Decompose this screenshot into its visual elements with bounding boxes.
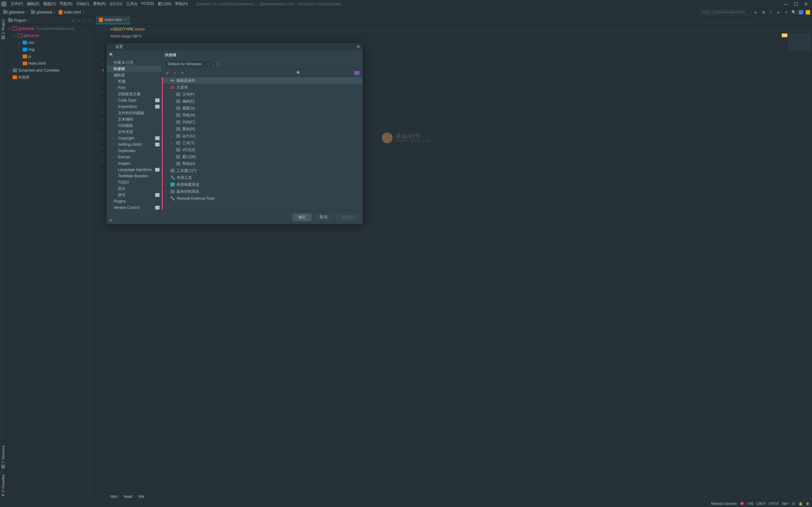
project-tree-item[interactable]: ▾ghtmemeX:\code\html\ghtmeme bbox=[6, 25, 94, 32]
scheme-actions-icon[interactable]: ⋮ bbox=[215, 62, 219, 66]
settings-gear-icon[interactable]: ⋮ bbox=[82, 18, 87, 23]
close-icon[interactable]: ✕ bbox=[804, 2, 808, 7]
keymap-action-item[interactable]: ▸窗口(W) bbox=[163, 153, 363, 160]
project-tool-tab[interactable]: 1: Project bbox=[1, 18, 6, 41]
settings-warning-icon[interactable]: ⊘ bbox=[107, 216, 162, 224]
project-tree-item[interactable]: js bbox=[6, 53, 94, 60]
encoding-indicator[interactable]: UTF-8 bbox=[769, 502, 778, 505]
settings-category-item[interactable]: ▸Emmet bbox=[107, 154, 162, 160]
ide-action-1-icon[interactable] bbox=[799, 10, 803, 14]
settings-category-item[interactable]: ▸Copyright bbox=[107, 135, 162, 142]
settings-category-item[interactable]: TextMate Bundles bbox=[107, 173, 162, 179]
apply-button[interactable]: 应用(A) bbox=[335, 214, 360, 221]
dialog-close-icon[interactable]: ✕ bbox=[356, 44, 360, 49]
settings-category-item[interactable]: ▸常规 bbox=[107, 78, 162, 84]
keymap-action-item[interactable]: ▸代码(C) bbox=[163, 119, 363, 125]
locate-icon[interactable]: ◎ bbox=[71, 18, 75, 23]
minimize-icon[interactable]: — bbox=[784, 2, 788, 7]
project-tree-item[interactable]: index.html bbox=[6, 60, 94, 67]
project-tree-item[interactable]: img bbox=[6, 46, 94, 53]
keymap-action-item[interactable]: ▸工具窗口(T) bbox=[163, 167, 363, 174]
menu-item[interactable]: 重构(R) bbox=[91, 1, 108, 7]
add-configuration-button[interactable]: ADD CONFIGURATION... bbox=[700, 9, 751, 15]
trash-icon[interactable]: 🗑 bbox=[806, 502, 809, 505]
menu-item[interactable]: 帮助(H) bbox=[173, 1, 190, 7]
rerun-icon[interactable]: ↻ bbox=[768, 10, 773, 15]
keymap-action-item[interactable]: ▸视图(V) bbox=[163, 105, 363, 112]
find-by-shortcut-icon[interactable] bbox=[355, 71, 360, 75]
settings-category-item[interactable]: ▸!settings.hints! bbox=[107, 142, 162, 148]
settings-category-item[interactable]: 快捷键 bbox=[107, 66, 162, 72]
structure-crumb[interactable]: link bbox=[138, 494, 144, 499]
favorites-tool-tab[interactable]: ★2: Favorites bbox=[1, 472, 6, 499]
project-tree-item[interactable]: ▾ghtmeme bbox=[6, 32, 94, 39]
settings-category-item[interactable]: ▸Code Style bbox=[107, 97, 162, 104]
debug-icon[interactable]: ⬢ bbox=[761, 10, 766, 15]
settings-category-item[interactable]: TODO bbox=[107, 179, 162, 185]
theme-indicator[interactable]: Material Oceanic bbox=[711, 502, 737, 505]
keymap-scheme-select[interactable]: Default for Windows ▾ bbox=[165, 61, 212, 67]
keymap-action-item[interactable]: ▸工具(T) bbox=[163, 139, 363, 147]
code-minimap[interactable] bbox=[789, 34, 811, 50]
settings-category-item[interactable]: ▸Version Control bbox=[107, 205, 162, 211]
keymap-action-item[interactable]: ▸<>编辑器操作 bbox=[163, 77, 363, 84]
collapse-all-icon[interactable]: ⤡ bbox=[173, 71, 177, 75]
settings-search-input[interactable]: 🔍 bbox=[107, 51, 162, 59]
menu-item[interactable]: VCS(S) bbox=[139, 1, 156, 7]
menu-item[interactable]: 文件(F) bbox=[9, 1, 25, 7]
breadcrumb-item[interactable]: index.html bbox=[57, 10, 82, 14]
keymap-action-item[interactable]: ▸文件(F) bbox=[163, 91, 363, 98]
menu-item[interactable]: 导航(N) bbox=[58, 1, 74, 7]
settings-category-item[interactable]: Plugins bbox=[107, 198, 162, 205]
lock-icon[interactable]: 🔒 bbox=[799, 502, 803, 506]
keymap-action-item[interactable]: ▸导航(N) bbox=[163, 112, 363, 119]
keymap-action-item[interactable]: ▸外部构建系统 bbox=[163, 181, 363, 188]
structure-crumb[interactable]: head bbox=[124, 494, 132, 499]
settings-category-item[interactable]: Language Injections bbox=[107, 167, 162, 173]
settings-category-item[interactable]: 文本编码 bbox=[107, 116, 162, 122]
cancel-button[interactable]: 取消 bbox=[314, 214, 333, 221]
ok-button[interactable]: 确定 bbox=[293, 214, 312, 221]
breadcrumb-item[interactable]: ghtmeme bbox=[2, 10, 26, 14]
settings-category-item[interactable]: Duplicates bbox=[107, 148, 162, 154]
settings-category-item[interactable]: 意向 bbox=[107, 185, 162, 192]
hide-icon[interactable]: — bbox=[88, 18, 92, 23]
menu-item[interactable]: 视图(V) bbox=[41, 1, 58, 7]
keymap-action-item[interactable]: ▸重构(R) bbox=[163, 125, 363, 132]
menu-item[interactable]: 工具(I) bbox=[124, 1, 139, 7]
settings-category-item[interactable]: Images bbox=[107, 160, 162, 167]
menu-item[interactable]: 运行(U) bbox=[108, 1, 124, 7]
settings-category-item[interactable]: 代码模板 bbox=[107, 122, 162, 129]
indent-indicator[interactable]: Tab* bbox=[782, 502, 789, 505]
terminal-tool-button[interactable]: ▣ Terminal bbox=[35, 502, 55, 506]
menu-item[interactable]: 代码(C) bbox=[74, 1, 91, 7]
menu-item[interactable]: 窗口(W) bbox=[156, 1, 173, 7]
edit-shortcut-icon[interactable]: ✎ bbox=[180, 71, 184, 75]
todo-tool-button[interactable]: ≣ 6: TODO bbox=[10, 502, 30, 506]
settings-category-item[interactable]: ▾编辑器 bbox=[107, 72, 162, 78]
expand-all-icon[interactable]: ⤢ bbox=[165, 71, 169, 75]
structure-tool-tab[interactable]: 7: Structure bbox=[1, 444, 6, 470]
action-search-icon[interactable]: 🔍 bbox=[297, 71, 301, 75]
structure-crumb[interactable]: html bbox=[110, 494, 118, 499]
keymap-action-item[interactable]: ▸编辑(E) bbox=[163, 98, 363, 105]
memory-icon[interactable]: 🗀 bbox=[792, 502, 795, 505]
keymap-action-item[interactable]: ▾主菜单 bbox=[163, 84, 363, 91]
editor-tab[interactable]: index.html ✕ bbox=[96, 16, 130, 24]
keymap-action-item[interactable]: ▸帮助(H) bbox=[163, 160, 363, 167]
layout-icon[interactable]: ◨ bbox=[3, 502, 6, 506]
settings-category-item[interactable]: 文件类型 bbox=[107, 129, 162, 135]
line-separator[interactable]: CRLF bbox=[756, 502, 766, 505]
search-icon[interactable]: 🔍 bbox=[791, 10, 796, 15]
settings-category-item[interactable]: 拼写 bbox=[107, 192, 162, 198]
settings-category-item[interactable]: Inspections bbox=[107, 104, 162, 110]
keymap-action-item[interactable]: ▸运行(U) bbox=[163, 132, 363, 139]
settings-category-item[interactable]: ▸切换配色方案 bbox=[107, 91, 162, 97]
cursor-position[interactable]: 7:45 bbox=[747, 502, 753, 505]
run2-icon[interactable]: ▶ bbox=[776, 10, 781, 15]
tab-close-icon[interactable]: ✕ bbox=[124, 18, 127, 22]
run-icon[interactable]: ▶ bbox=[753, 10, 758, 15]
keymap-action-item[interactable]: ▸VCS(S) bbox=[163, 147, 363, 153]
collapse-icon[interactable]: ⤡ bbox=[77, 18, 81, 23]
breadcrumb-item[interactable]: ghtmeme bbox=[29, 10, 54, 14]
